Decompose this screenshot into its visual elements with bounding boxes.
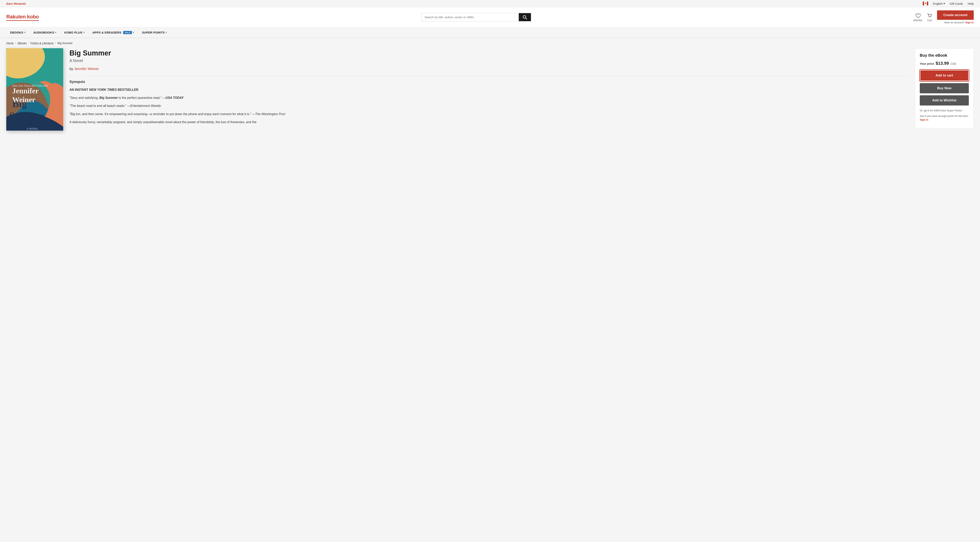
cart-label: Cart xyxy=(927,19,932,22)
price-currency: CAD xyxy=(950,62,956,65)
synopsis-text: AN INSTANT NEW YORK TIMES BESTSELLER "Se… xyxy=(70,87,908,125)
nav-item-audiobooks[interactable]: AUDIOBOOKS ▾ xyxy=(29,27,60,38)
create-account-section: Create account Have an account? Sign in xyxy=(937,10,974,24)
synopsis-label: Synopsis xyxy=(70,80,908,84)
synopsis-bestseller: AN INSTANT xyxy=(70,88,89,91)
language-label: English xyxy=(933,2,942,5)
wishlist-label: Wishlist xyxy=(913,19,922,22)
nav-apps-label: APPS & eREADERS xyxy=(92,31,121,34)
breadcrumb-ebooks[interactable]: eBooks xyxy=(18,41,27,45)
canada-flag-icon xyxy=(923,2,928,5)
super-points-chevron: ▾ xyxy=(165,31,167,34)
nav-item-super-points[interactable]: SUPER POINTS ▾ xyxy=(138,27,171,38)
svg-text:Weiner: Weiner xyxy=(12,95,35,104)
language-selector[interactable]: English ▾ xyxy=(933,2,945,5)
search-bar xyxy=(421,13,531,21)
price-row: Your price $13.99 CAD xyxy=(920,61,969,66)
header-actions: Wishlist Cart Create account Have an acc… xyxy=(913,10,974,24)
svg-rect-2 xyxy=(927,2,928,5)
book-cover: Big Summer Jennifer Weiner New York Time… xyxy=(6,48,63,130)
svg-point-7 xyxy=(931,17,931,17)
sign-in-prompt-text: See if you have enough points for this i… xyxy=(920,114,969,122)
audiobooks-chevron: ▾ xyxy=(55,31,56,34)
svg-text:Summer: Summer xyxy=(9,110,44,121)
breadcrumb: Home / eBooks / Fiction & Literature / B… xyxy=(0,38,980,48)
search-icon xyxy=(523,15,527,19)
synopsis-divider xyxy=(70,76,908,76)
apps-chevron: ▾ xyxy=(133,31,134,34)
sign-in-prompt: Have an account? Sign in xyxy=(944,21,974,24)
book-subtitle: A Novel xyxy=(70,59,908,63)
sign-in-link[interactable]: Sign in xyxy=(965,21,974,24)
svg-rect-0 xyxy=(923,2,924,5)
have-account-text: Have an account? xyxy=(944,21,964,24)
cart-button[interactable]: Cart xyxy=(927,13,932,22)
svg-text:A NOVEL: A NOVEL xyxy=(27,127,38,130)
kobo-points-text: Or, get it for 6400 Kobo Super Points! xyxy=(920,109,969,113)
synopsis-line-1: AN INSTANT NEW YORK TIMES BESTSELLER xyxy=(70,87,908,92)
heart-icon xyxy=(915,13,921,18)
gift-cards-link[interactable]: Gift Cards xyxy=(950,2,963,5)
search-input[interactable] xyxy=(422,13,519,21)
author-link[interactable]: Jennifer Weiner xyxy=(74,67,99,71)
nav-item-apps-ereaders[interactable]: APPS & eREADERS SALE ▾ xyxy=(89,27,138,38)
top-bar: Earn Rewards English ▾ Gift Cards Help xyxy=(0,0,980,7)
svg-point-6 xyxy=(929,17,929,17)
wishlist-button[interactable]: Wishlist xyxy=(913,13,922,22)
author-prefix: by xyxy=(70,67,73,71)
buy-panel-title: Buy the eBook xyxy=(920,53,969,58)
kobo-plus-chevron: ▾ xyxy=(83,31,84,34)
breadcrumb-category[interactable]: Fiction & Literature xyxy=(30,41,54,45)
synopsis-line-2: "Sexy and satisfying, Big Summer is the … xyxy=(70,95,908,100)
sign-in-prompt-prefix: See if you have enough points for this i… xyxy=(920,114,969,118)
book-title: Big Summer xyxy=(70,49,908,57)
nav-audiobooks-label: AUDIOBOOKS xyxy=(33,31,54,34)
logo-text: Rakuten kobo xyxy=(6,14,39,20)
svg-text:Jennifer: Jennifer xyxy=(12,87,39,95)
header: Rakuten kobo Wishlist Cart xyxy=(0,7,980,27)
price-label: Your price xyxy=(920,62,934,65)
buy-panel: Buy the eBook Your price $13.99 CAD Add … xyxy=(915,48,974,128)
breadcrumb-sep-1: / xyxy=(15,41,16,45)
help-link[interactable]: Help xyxy=(968,2,974,5)
breadcrumb-sep-3: / xyxy=(55,41,56,45)
panel-sign-in-link[interactable]: Sign in xyxy=(920,118,928,121)
synopsis-line-3: "The beach read to end all beach reads."… xyxy=(70,103,908,108)
synopsis-bestseller-end: BESTSELLER xyxy=(117,88,138,91)
nav-ebooks-label: eBOOKS xyxy=(10,31,23,34)
breadcrumb-current: Big Summer xyxy=(57,41,73,45)
main-content: Big Summer Jennifer Weiner New York Time… xyxy=(0,48,980,138)
add-to-wishlist-button[interactable]: Add to Wishlist xyxy=(920,95,969,105)
breadcrumb-sep-2: / xyxy=(28,41,29,45)
top-bar-right: English ▾ Gift Cards Help xyxy=(923,2,974,5)
synopsis-line-4: "Big fun, and then some. It's empowering… xyxy=(70,111,908,117)
sale-badge: SALE xyxy=(123,31,132,34)
svg-line-5 xyxy=(525,18,527,19)
book-details: Big Summer A Novel by Jennifer Weiner Sy… xyxy=(70,48,908,130)
logo-underline xyxy=(6,20,39,21)
cart-icon xyxy=(927,13,932,18)
breadcrumb-home[interactable]: Home xyxy=(6,41,14,45)
book-cover-image: Big Summer Jennifer Weiner New York Time… xyxy=(6,48,63,130)
synopsis-nyt: NEW YORK TIMES xyxy=(89,88,117,91)
book-author: by Jennifer Weiner xyxy=(70,67,908,71)
search-button[interactable] xyxy=(519,13,531,21)
earn-rewards-label[interactable]: Earn Rewards xyxy=(6,2,26,5)
price-value: $13.99 xyxy=(935,61,949,66)
add-to-cart-button[interactable]: Add to cart xyxy=(920,70,969,81)
nav-bar: eBOOKS ▾ AUDIOBOOKS ▾ KOBO PLUS ▾ APPS &… xyxy=(0,27,980,38)
nav-super-points-label: SUPER POINTS xyxy=(142,31,165,34)
nav-item-ebooks[interactable]: eBOOKS ▾ xyxy=(6,27,29,38)
svg-text:New York Times BESTSELLER: New York Times BESTSELLER xyxy=(12,84,48,87)
synopsis-line-5: A deliciously funny, remarkably poignant… xyxy=(70,119,908,125)
ebooks-chevron: ▾ xyxy=(24,31,25,34)
book-cover-container: Big Summer Jennifer Weiner New York Time… xyxy=(6,48,63,130)
language-chevron: ▾ xyxy=(943,2,945,5)
buy-now-button[interactable]: Buy Now xyxy=(920,83,969,93)
nav-item-kobo-plus[interactable]: KOBO PLUS ▾ xyxy=(60,27,89,38)
nav-kobo-plus-label: KOBO PLUS xyxy=(64,31,83,34)
logo[interactable]: Rakuten kobo xyxy=(6,14,39,21)
create-account-button[interactable]: Create account xyxy=(937,10,974,20)
